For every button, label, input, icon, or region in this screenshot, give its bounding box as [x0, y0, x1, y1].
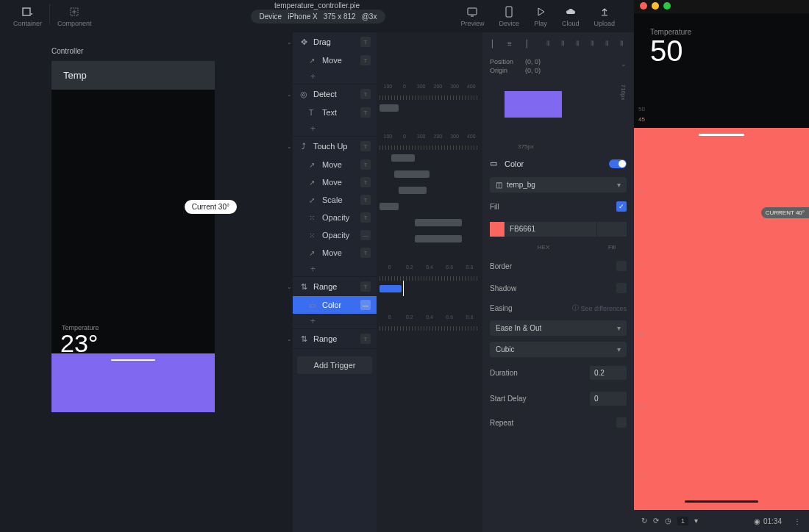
- add-trigger-button[interactable]: Add Trigger: [297, 356, 372, 374]
- preview-button[interactable]: Preview: [453, 4, 491, 29]
- distribute-icon[interactable]: ⫴: [572, 38, 582, 48]
- action-row-color[interactable]: ▭Color—: [293, 296, 377, 314]
- duration-label: Duration: [490, 369, 590, 377]
- easing-info[interactable]: ⓘSee differences: [572, 303, 627, 313]
- history-icon[interactable]: ◷: [665, 517, 671, 525]
- sim-current-pill: CURRENT 40°: [761, 207, 809, 218]
- inspector-panel: ▏ ≡ ▕ ⫴ ⫴ ⫴ ⫴ ⫴ ⫴ ⌄ Position(0, 0) Origi…: [482, 32, 634, 532]
- device-button[interactable]: Device: [491, 4, 527, 29]
- phone-canvas[interactable]: Temp Current 30° Temperature 23°: [51, 61, 215, 412]
- action-row-opacity[interactable]: ⁙OpacityT: [293, 209, 377, 226]
- cycle-icon[interactable]: ⟳: [653, 517, 659, 525]
- action-row-move[interactable]: ↗MoveT: [293, 51, 377, 69]
- shape-box[interactable]: [505, 91, 562, 118]
- add-action[interactable]: +: [293, 69, 377, 84]
- trigger-range[interactable]: ⌄⇅RangeT: [293, 329, 377, 348]
- align-left-icon[interactable]: ▏: [490, 38, 500, 48]
- border-checkbox[interactable]: [616, 261, 627, 271]
- action-row-text[interactable]: TTextT: [293, 104, 377, 121]
- reload-icon[interactable]: ↻: [641, 517, 647, 525]
- duration-input[interactable]: 0.2: [590, 366, 627, 380]
- temp-bg-bar[interactable]: [51, 353, 215, 412]
- phone-icon: [502, 5, 516, 18]
- easing-select[interactable]: Ease In & Out ▾: [490, 320, 627, 336]
- action-row-move[interactable]: ↗MoveT: [293, 156, 377, 173]
- repeat-checkbox[interactable]: [616, 417, 627, 428]
- action-row-move[interactable]: ↗MoveT: [293, 244, 377, 262]
- trigger-drag[interactable]: ⌄✥DragT: [293, 32, 377, 51]
- action-row-opacity[interactable]: ⁙Opacity—: [293, 226, 377, 244]
- current-temp-pill[interactable]: Current 30°: [185, 200, 237, 214]
- timeline-bar-active[interactable]: [379, 285, 402, 292]
- close-icon[interactable]: [640, 2, 647, 10]
- chevron-down-icon[interactable]: ⌄: [621, 60, 627, 68]
- fill-checkbox[interactable]: ✓: [616, 201, 627, 212]
- sim-temp-bg[interactable]: [634, 128, 809, 510]
- record-icon[interactable]: ◉: [754, 517, 760, 525]
- layer-select[interactable]: ◫ temp_bg ▾: [490, 177, 627, 193]
- distribute-icon[interactable]: ⫴: [557, 38, 568, 48]
- device-size: 375 x 812: [324, 12, 356, 21]
- filename: temperature_controller.pie: [274, 1, 360, 10]
- timeline-bar[interactable]: [394, 170, 430, 178]
- layer-icon: ◫: [496, 181, 502, 189]
- action-row-scale[interactable]: ⤢ScaleT: [293, 191, 377, 209]
- upload-button[interactable]: Upload: [586, 4, 622, 29]
- trigger-touchup[interactable]: ⌄⤴Touch UpT: [293, 137, 377, 156]
- move-icon: ↗: [309, 161, 318, 169]
- play-button[interactable]: Play: [527, 4, 555, 29]
- delay-label: Start Delay: [490, 395, 590, 403]
- component-tool[interactable]: Component: [50, 4, 99, 29]
- simulator-screen[interactable]: Temperature 50 50 454035302520 CURRENT 4…: [634, 13, 809, 510]
- distribute-icon[interactable]: ⫴: [543, 38, 553, 48]
- timeline-bar[interactable]: [391, 154, 415, 162]
- shadow-checkbox[interactable]: [616, 283, 627, 293]
- cloud-button[interactable]: Cloud: [555, 4, 587, 29]
- move-icon: ↗: [309, 249, 318, 257]
- more-icon[interactable]: ⋮: [794, 517, 802, 525]
- chevron-down-icon: ⌄: [287, 336, 293, 342]
- window-traffic-lights[interactable]: [640, 2, 671, 10]
- timeline-panel[interactable]: 1000300200300400 1000300200300400 00.20.…: [377, 32, 482, 532]
- fill-extra[interactable]: [597, 222, 627, 237]
- minimize-icon[interactable]: [652, 2, 659, 10]
- preview-icon: [466, 5, 479, 18]
- timeline-bar[interactable]: [379, 104, 399, 112]
- distribute-icon[interactable]: ⫴: [616, 38, 627, 48]
- svg-point-1: [31, 13, 32, 15]
- playhead[interactable]: [403, 281, 404, 296]
- step-counter[interactable]: 1: [677, 517, 688, 525]
- color-toggle[interactable]: [609, 159, 627, 168]
- timeline-bar[interactable]: [379, 203, 399, 210]
- container-tool[interactable]: Container: [6, 4, 49, 29]
- color-swatch[interactable]: [490, 222, 505, 237]
- timeline-bar[interactable]: [415, 235, 462, 242]
- add-action[interactable]: +: [293, 121, 377, 136]
- timeline-bar[interactable]: [399, 187, 427, 194]
- canvas-area[interactable]: Controller Temp Current 30° Temperature …: [0, 32, 293, 532]
- maximize-icon[interactable]: [663, 2, 671, 10]
- timeline-bar[interactable]: [415, 219, 462, 226]
- info-icon: ⓘ: [572, 303, 579, 313]
- align-center-icon[interactable]: ≡: [505, 38, 515, 48]
- hex-input[interactable]: FB6661: [505, 222, 596, 237]
- distribute-icon[interactable]: ⫴: [602, 38, 612, 48]
- device-selector[interactable]: Device iPhone X 375 x 812 @3x: [251, 10, 386, 24]
- action-row-move[interactable]: ↗MoveT: [293, 173, 377, 191]
- add-action[interactable]: +: [293, 262, 377, 276]
- delay-input[interactable]: 0: [590, 392, 627, 406]
- phone-header: Temp: [51, 61, 215, 90]
- chevron-down-icon: ⌄: [287, 143, 293, 150]
- trigger-detect[interactable]: ⌄◎DetectT: [293, 85, 377, 104]
- curve-select[interactable]: Cubic ▾: [490, 342, 627, 357]
- shape-preview: 375px 716px: [490, 84, 627, 150]
- distribute-icon[interactable]: ⫴: [587, 38, 597, 48]
- color-section-header[interactable]: ▭ Color: [490, 156, 627, 171]
- add-action[interactable]: +: [293, 314, 377, 328]
- chevron-down-icon[interactable]: ▾: [694, 517, 698, 525]
- align-toolbar: ▏ ≡ ▕ ⫴ ⫴ ⫴ ⫴ ⫴ ⫴: [490, 38, 627, 51]
- color-icon: ▭: [309, 301, 318, 309]
- trigger-range[interactable]: ⌄⇅RangeT: [293, 277, 377, 296]
- move-icon: ↗: [309, 57, 318, 65]
- align-right-icon[interactable]: ▕: [519, 38, 530, 48]
